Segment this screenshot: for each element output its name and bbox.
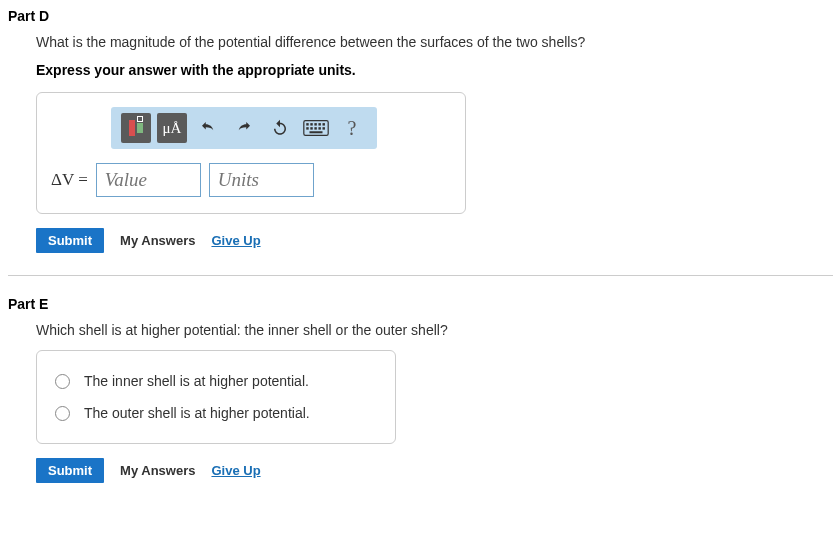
part-e-question: Which shell is at higher potential: the … — [36, 322, 833, 338]
svg-rect-4 — [318, 123, 320, 125]
answer-panel: μÅ ? ΔV = — [36, 92, 466, 214]
my-answers-link[interactable]: My Answers — [120, 463, 195, 478]
svg-rect-5 — [323, 123, 325, 125]
part-d-question: What is the magnitude of the potential d… — [36, 34, 833, 50]
choice-panel: The inner shell is at higher potential. … — [36, 350, 396, 444]
templates-icon[interactable] — [121, 113, 151, 143]
help-button[interactable]: ? — [337, 113, 367, 143]
part-d-instruction: Express your answer with the appropriate… — [36, 62, 833, 78]
submit-button[interactable]: Submit — [36, 228, 104, 253]
symbols-button[interactable]: μÅ — [157, 113, 187, 143]
reset-icon[interactable] — [265, 113, 295, 143]
svg-rect-1 — [306, 123, 308, 125]
units-input[interactable] — [209, 163, 314, 197]
equation-toolbar: μÅ ? — [111, 107, 377, 149]
symbols-label: μÅ — [163, 120, 182, 137]
svg-rect-6 — [306, 127, 308, 129]
undo-icon[interactable] — [193, 113, 223, 143]
radio-icon[interactable] — [55, 406, 70, 421]
choice-1[interactable]: The outer shell is at higher potential. — [55, 397, 377, 429]
redo-icon[interactable] — [229, 113, 259, 143]
part-e-actions: Submit My Answers Give Up — [36, 458, 833, 483]
choice-label: The outer shell is at higher potential. — [84, 405, 310, 421]
choice-0[interactable]: The inner shell is at higher potential. — [55, 365, 377, 397]
divider — [8, 275, 833, 276]
part-d-title: Part D — [8, 8, 833, 24]
svg-rect-2 — [310, 123, 312, 125]
svg-rect-9 — [318, 127, 320, 129]
part-d: Part D What is the magnitude of the pote… — [8, 8, 833, 253]
part-e: Part E Which shell is at higher potentia… — [8, 296, 833, 483]
svg-rect-8 — [314, 127, 316, 129]
svg-rect-3 — [314, 123, 316, 125]
svg-rect-10 — [323, 127, 325, 129]
svg-rect-7 — [310, 127, 312, 129]
choice-label: The inner shell is at higher potential. — [84, 373, 309, 389]
svg-rect-11 — [310, 131, 323, 133]
answer-row: ΔV = — [51, 163, 451, 197]
give-up-link[interactable]: Give Up — [211, 463, 260, 478]
part-d-actions: Submit My Answers Give Up — [36, 228, 833, 253]
keyboard-icon[interactable] — [301, 113, 331, 143]
part-e-title: Part E — [8, 296, 833, 312]
value-input[interactable] — [96, 163, 201, 197]
submit-button[interactable]: Submit — [36, 458, 104, 483]
give-up-link[interactable]: Give Up — [211, 233, 260, 248]
radio-icon[interactable] — [55, 374, 70, 389]
my-answers-link[interactable]: My Answers — [120, 233, 195, 248]
variable-label: ΔV = — [51, 170, 88, 190]
